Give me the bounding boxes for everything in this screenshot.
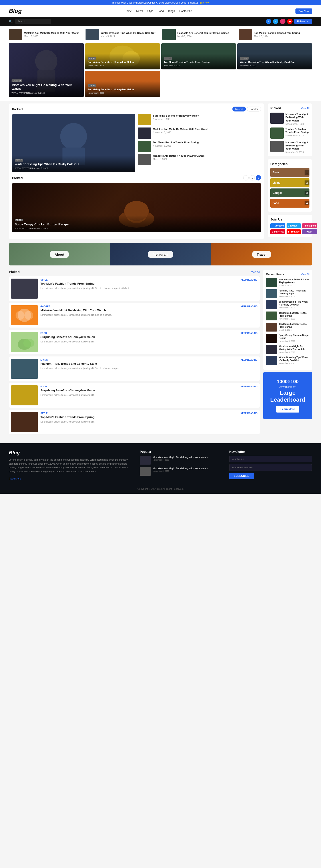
recent-date-2: November 5, 2023 xyxy=(279,307,310,309)
recent-img-5 xyxy=(266,334,277,343)
sidebar-picked-text-1: Top Men's Fashion Trends From Spring Nov… xyxy=(285,127,310,137)
tab-popular[interactable]: Popular xyxy=(247,106,261,112)
search-input[interactable] xyxy=(15,19,51,24)
keep-reading-0[interactable]: KEEP READING xyxy=(241,279,257,281)
cat-item-living[interactable]: Living 2 xyxy=(270,178,310,187)
join-instagram[interactable]: i Instagram xyxy=(302,223,317,228)
cat-item-style[interactable]: Style 1 xyxy=(270,168,310,177)
featured-large[interactable]: GADGET Mistakes You Might Be Making With… xyxy=(9,43,84,97)
recent-item-0[interactable]: Headsets Are Better if You're Playing Ga… xyxy=(266,278,310,287)
keep-reading-1[interactable]: KEEP READING xyxy=(241,305,257,308)
picked-list-item-2[interactable]: Top Men's Fashion Trends From Spring Nov… xyxy=(138,141,261,152)
youtube-join-icon: ▶ xyxy=(288,230,290,233)
ticker-item-1[interactable]: Winter Dressing Tips When It's Really Co… xyxy=(85,29,158,40)
picked-list-item-3[interactable]: Headsets Are Better if You're Playing Ga… xyxy=(138,154,261,165)
article-card-5[interactable]: STYLE KEEP READING Top Men's Fashion Tre… xyxy=(9,410,260,434)
sidebar-picked-viewall[interactable]: View All xyxy=(301,107,310,110)
site-logo[interactable]: Blog xyxy=(9,7,22,14)
newsletter-subscribe-button[interactable]: SUBSCRIBE xyxy=(229,473,254,479)
recent-date-6: November 5, 2023 xyxy=(279,351,310,353)
keep-reading-3[interactable]: KEEP READING xyxy=(241,359,257,361)
recent-item-4[interactable]: Top Men's Fashion Trends From Spring Mar… xyxy=(266,322,310,332)
banner-about[interactable]: About xyxy=(9,243,110,266)
big-picked-post[interactable]: FOOD Spicy Crispy Chicken Burger Recipe … xyxy=(12,183,261,232)
ticker-item-2[interactable]: Headsets Are Better if You're Playing Ga… xyxy=(163,29,236,40)
nav-item-contact[interactable]: Contact Us xyxy=(179,9,192,13)
picked-list-viewall[interactable]: View All xyxy=(251,271,260,273)
youtube-icon[interactable]: ▶ xyxy=(287,19,292,24)
join-twitch[interactable]: t Twitch xyxy=(302,229,317,234)
nav-item-blogs[interactable]: Blogs xyxy=(168,9,175,13)
picked-title-2: Picked xyxy=(12,176,23,180)
keep-reading-2[interactable]: KEEP READING xyxy=(241,332,257,334)
recent-item-1[interactable]: Fashion, Tips, Trends and Celebrity Styl… xyxy=(266,289,310,298)
featured-small-2[interactable]: STYLE Winter Dressing Tips When It's Rea… xyxy=(237,43,312,69)
nav-item-style[interactable]: Style xyxy=(147,9,153,13)
recent-date-7: November 5, 2023 xyxy=(279,362,310,365)
facebook-icon[interactable]: f xyxy=(266,19,271,24)
ad-learn-more[interactable]: Learn More xyxy=(276,406,299,412)
recent-item-7[interactable]: Winter Dressing Tips When It's Really Co… xyxy=(266,356,310,365)
footer-popular-date-0: November 5, 2023 xyxy=(153,459,208,461)
banner-instagram[interactable]: Instagram xyxy=(110,243,211,266)
featured-small-3[interactable]: FOOD Surprising Benefits of Honeydew Mel… xyxy=(85,71,160,97)
picked-featured-post[interactable]: STYLE Winter Dressing Tips When It's Rea… xyxy=(12,114,135,172)
article-card-2[interactable]: FOOD KEEP READING Surprising Benefits of… xyxy=(9,330,260,354)
recent-posts-viewall[interactable]: View All xyxy=(301,273,310,276)
article-card-0[interactable]: STYLE KEEP READING Top Men's Fashion Tre… xyxy=(9,276,260,301)
recent-title-3: Top Men's Fashion Trends From Spring xyxy=(279,311,310,317)
recent-item-5[interactable]: Spicy Crispy Chicken Burger Recipe Novem… xyxy=(266,334,310,343)
tab-recent[interactable]: Recent xyxy=(233,106,246,112)
banner-link[interactable]: Buy Now xyxy=(200,1,210,4)
ticker-item-3[interactable]: Top Men's Fashion Trends From Spring Mar… xyxy=(239,29,312,40)
keep-reading-4[interactable]: KEEP READING xyxy=(241,385,257,388)
footer-popular-item-0[interactable]: Mistakes You Might Be Making With Your W… xyxy=(140,456,223,465)
sidebar-picked-item-2[interactable]: Mistakes You Might Be Making With Your W… xyxy=(270,141,310,154)
page-prev[interactable]: ‹ xyxy=(243,175,249,181)
picked-list-item-1[interactable]: Mistakes You Might Be Making With Your W… xyxy=(138,127,261,138)
footer-read-more[interactable]: Read More xyxy=(9,477,21,480)
page-2[interactable]: 2 xyxy=(256,175,261,181)
page-1[interactable]: 1 xyxy=(249,175,255,181)
picked-list-img-2 xyxy=(138,141,151,152)
recent-title-6: Mistakes You Might Be Making With Your W… xyxy=(279,345,310,351)
sidebar-picked-header: Picked View All xyxy=(270,106,310,110)
banner-travel[interactable]: Travel xyxy=(211,243,312,266)
keep-reading-5[interactable]: KEEP READING xyxy=(241,412,257,414)
recent-date-3: November 5, 2023 xyxy=(279,318,310,320)
nav-item-news[interactable]: News xyxy=(136,9,143,13)
cat-item-gadget[interactable]: Gadget 3 xyxy=(270,188,310,197)
nav-item-food[interactable]: Food xyxy=(158,9,164,13)
ticker-item-0[interactable]: Mistakes You Might Be Making With Your W… xyxy=(9,29,82,40)
recent-item-6[interactable]: Mistakes You Might Be Making With Your W… xyxy=(266,345,310,354)
join-pinterest[interactable]: p Pinterest xyxy=(270,229,285,234)
article-card-1[interactable]: GADGET KEEP READING Mistakes You Might B… xyxy=(9,303,260,328)
sidebar-picked-item-0[interactable]: Mistakes You Might Be Making With Your W… xyxy=(270,113,310,125)
ticker-img-2 xyxy=(163,29,176,40)
footer-popular-item-1[interactable]: Mistakes You Might Be Making With Your W… xyxy=(140,467,223,476)
featured-small-1[interactable]: STYLE Top Men's Fashion Trends From Spri… xyxy=(161,43,236,69)
nav-item-home[interactable]: Home xyxy=(124,9,132,13)
article-card-4[interactable]: FOOD KEEP READING Surprising Benefits of… xyxy=(9,383,260,408)
article-cat-5: STYLE xyxy=(40,412,47,414)
top-banner: Themes With Drag and Drop Edit Option At… xyxy=(0,0,321,5)
recent-item-2[interactable]: Winter Dressing Tips When It's Really Co… xyxy=(266,300,310,309)
twitter-icon[interactable]: t xyxy=(273,19,278,24)
sidebar-picked-list: Mistakes You Might Be Making With Your W… xyxy=(270,113,310,154)
article-cat-3: LIVING xyxy=(40,359,48,361)
newsletter-name-input[interactable] xyxy=(229,456,312,462)
join-youtube[interactable]: ▶ Youtube xyxy=(287,229,301,234)
article-card-3[interactable]: LIVING KEEP READING Fashion, Tips, Trend… xyxy=(9,356,260,381)
instagram-icon[interactable]: i xyxy=(280,19,285,24)
join-facebook[interactable]: f Facebook xyxy=(270,223,285,228)
footer-logo[interactable]: Blog xyxy=(9,450,133,456)
join-twitter[interactable]: t Twitter xyxy=(287,223,301,228)
picked-list-item-0[interactable]: Surprising Benefits of Honeydew Melon No… xyxy=(138,114,261,125)
featured-small-0[interactable]: FOOD Surprising Benefits of Honeydew Mel… xyxy=(85,43,160,69)
sidebar-picked-item-1[interactable]: Top Men's Fashion Trends From Spring Nov… xyxy=(270,127,310,138)
buy-now-button[interactable]: Buy Now xyxy=(295,8,312,14)
follow-button[interactable]: Follow Us! xyxy=(294,19,312,24)
newsletter-email-input[interactable] xyxy=(229,464,312,471)
cat-item-food[interactable]: Food 4 xyxy=(270,199,310,208)
recent-item-3[interactable]: Top Men's Fashion Trends From Spring Nov… xyxy=(266,311,310,320)
